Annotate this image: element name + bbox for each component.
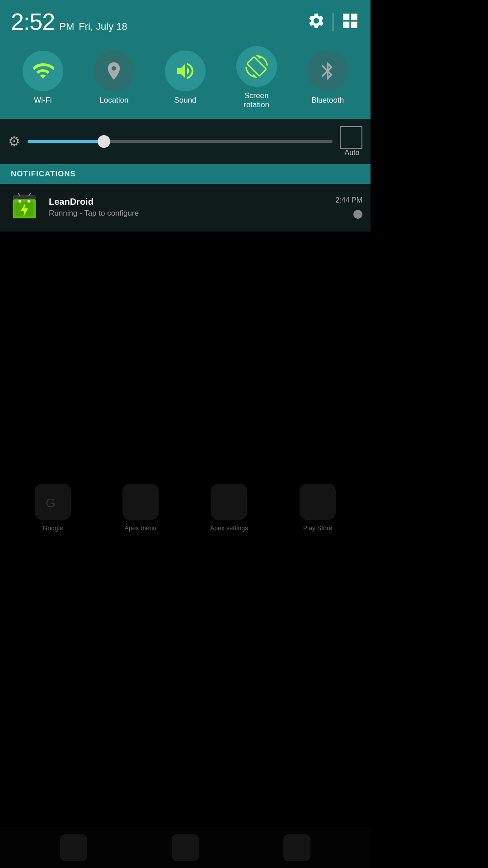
leandroid-app-icon: - + <box>8 191 41 224</box>
app-icons-row: G Google Apex menu Apex settings Play St… <box>9 484 361 532</box>
location-toggle-circle[interactable] <box>94 51 134 91</box>
brightness-fill <box>28 140 104 143</box>
dock-item-1 <box>60 834 87 861</box>
notification-leandroid[interactable]: - + LeanDroid Running - Tap to configure <box>0 184 371 231</box>
quick-toggles: Wi-Fi Location Sound <box>0 42 371 119</box>
apex-settings-label: Apex settings <box>210 524 248 532</box>
brightness-auto-toggle[interactable] <box>340 126 362 149</box>
status-divider <box>333 13 333 31</box>
svg-rect-2 <box>343 22 349 28</box>
svg-point-10 <box>19 200 21 203</box>
apex-settings-icon-circle <box>211 484 247 520</box>
wifi-toggle-circle[interactable] <box>23 51 63 91</box>
brightness-thumb[interactable] <box>98 135 110 148</box>
dock-item-3 <box>283 834 310 861</box>
status-bar: 2:52 PM Fri, July 18 <box>0 0 371 42</box>
app-icon-google: G Google <box>35 484 71 532</box>
notifications-title: NOTIFICATIONS <box>11 170 76 178</box>
sound-label: Sound <box>174 96 196 105</box>
location-label: Location <box>99 96 128 105</box>
google-icon-circle: G <box>35 484 71 520</box>
brightness-auto-area: Auto <box>340 126 362 157</box>
notifications-header: NOTIFICATIONS <box>0 164 371 184</box>
leandroid-message: Running - Tap to configure <box>49 209 327 218</box>
svg-line-13 <box>29 193 31 196</box>
clock-time: 2:52 <box>11 8 55 35</box>
play-store-label: Play Store <box>303 524 333 532</box>
apex-menu-icon-circle <box>122 484 159 520</box>
svg-rect-3 <box>351 22 357 28</box>
apex-menu-label: Apex menu <box>125 524 157 532</box>
brightness-auto-label: Auto <box>345 149 360 157</box>
home-screen-background: G Google Apex menu Apex settings Play St… <box>0 303 371 868</box>
bluetooth-toggle-circle[interactable] <box>307 51 348 91</box>
wifi-toggle[interactable]: Wi-Fi <box>23 51 63 105</box>
home-screen-overlay: G Google Apex menu Apex settings Play St… <box>0 303 371 868</box>
screen-rotation-circle[interactable] <box>236 46 277 87</box>
screen-rotation-label: Screenrotation <box>244 91 269 110</box>
svg-point-11 <box>28 200 30 203</box>
location-toggle[interactable]: Location <box>94 51 134 105</box>
svg-text:G: G <box>46 496 56 510</box>
svg-line-12 <box>18 193 20 196</box>
google-icon-label: Google <box>42 524 63 532</box>
play-store-icon-circle <box>300 484 336 520</box>
svg-rect-0 <box>343 14 349 20</box>
status-right <box>307 11 360 32</box>
app-icon-apex-settings: Apex settings <box>210 484 248 532</box>
status-left: 2:52 PM Fri, July 18 <box>11 8 127 35</box>
leandroid-app-name: LeanDroid <box>49 197 327 207</box>
screen-rotation-toggle[interactable]: Screenrotation <box>236 46 277 110</box>
brightness-row: ⚙ Auto <box>0 119 371 164</box>
wifi-label: Wi-Fi <box>34 96 52 105</box>
settings-icon[interactable] <box>307 12 325 32</box>
bluetooth-label: Bluetooth <box>311 96 344 105</box>
app-icon-apex-menu: Apex menu <box>122 484 159 532</box>
notification-right-area: 2:44 PM <box>335 196 362 219</box>
sound-toggle[interactable]: Sound <box>165 51 206 105</box>
leandroid-notification-content: LeanDroid Running - Tap to configure <box>49 197 327 218</box>
bottom-dock <box>0 827 371 868</box>
sound-toggle-circle[interactable] <box>165 51 206 91</box>
app-icon-play-store: Play Store <box>300 484 336 532</box>
date-display: Fri, July 18 <box>79 21 127 33</box>
leandroid-time: 2:44 PM <box>335 196 362 204</box>
brightness-slider[interactable] <box>28 140 333 143</box>
notification-panel: 2:52 PM Fri, July 18 <box>0 0 371 231</box>
dock-item-2 <box>172 834 199 861</box>
brightness-settings-icon[interactable]: ⚙ <box>8 133 20 149</box>
clock-ampm: PM <box>59 21 74 33</box>
notification-dot <box>353 210 362 219</box>
grid-icon[interactable] <box>341 11 360 32</box>
svg-rect-1 <box>351 14 357 20</box>
bluetooth-toggle[interactable]: Bluetooth <box>307 51 348 105</box>
